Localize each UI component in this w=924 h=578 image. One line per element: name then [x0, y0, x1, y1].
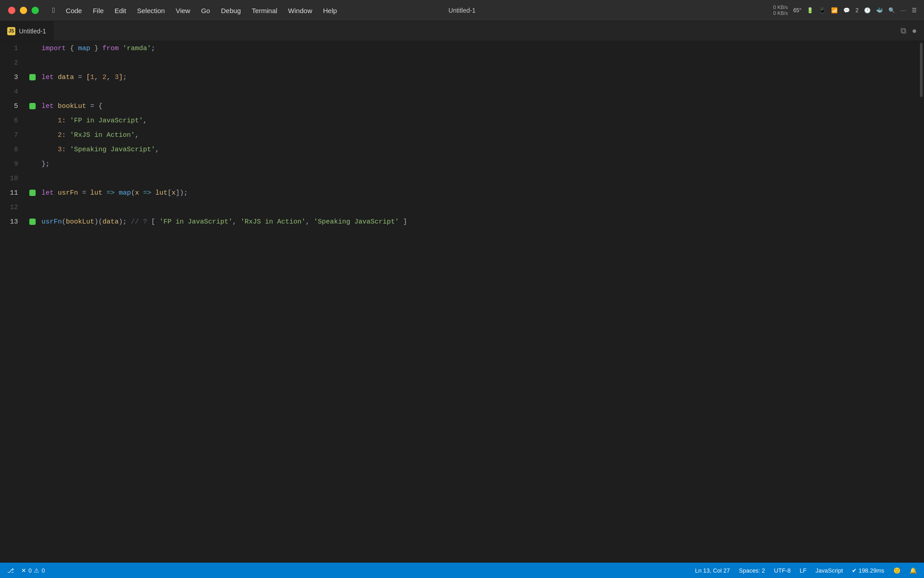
menu-view[interactable]: View — [171, 5, 194, 16]
token: = — [78, 189, 90, 197]
token: data — [58, 74, 74, 81]
battery-icon: 🔋 — [807, 7, 813, 14]
error-count: 0 — [28, 567, 32, 574]
menu-code[interactable]: Code — [61, 5, 87, 16]
token: , — [305, 218, 314, 226]
breakpoint-indicator — [29, 74, 36, 80]
line-content[interactable]: usrFn(bookLut)(data); // ? [ 'FP in Java… — [38, 218, 919, 226]
tab-right: ⧉ ● — [901, 27, 924, 36]
menu-edit[interactable]: Edit — [110, 5, 131, 16]
maximize-button[interactable] — [32, 7, 39, 14]
errors-indicator[interactable]: ✕ 0 ⚠ 0 — [21, 567, 45, 574]
token: 3 — [115, 74, 119, 81]
split-editor-icon[interactable]: ⧉ — [901, 27, 906, 36]
token: ] — [119, 74, 123, 81]
encoding[interactable]: UTF-8 — [774, 567, 791, 574]
line-content[interactable]: }; — [38, 160, 919, 168]
git-icon: ⎇ — [7, 567, 14, 574]
token: , — [135, 131, 139, 139]
spaces-setting[interactable]: Spaces: 2 — [739, 567, 765, 574]
line-content[interactable]: let usrFn = lut => map(x => lut[x]); — [38, 189, 919, 197]
menu-debug[interactable]: Debug — [217, 5, 245, 16]
token: )( — [94, 218, 102, 226]
titlebar:  Code File Edit Selection View Go Debug… — [0, 0, 924, 21]
code-line-7: 7 2: 'RxJS in Action', — [0, 128, 919, 142]
code-line-9: 9}; — [0, 157, 919, 171]
warning-count: 0 — [42, 567, 45, 574]
timing[interactable]: ✔ 198.29ms — [852, 567, 884, 574]
token: from — [102, 45, 119, 52]
code-line-2: 2 — [0, 56, 919, 70]
breakpoint-area[interactable] — [27, 190, 38, 196]
token: => — [106, 189, 115, 197]
wifi-icon: 📶 — [831, 7, 838, 14]
finder-icon: 🔍 — [888, 7, 895, 14]
menu-go[interactable]: Go — [197, 5, 215, 16]
git-branch[interactable]: ⎇ — [7, 567, 14, 574]
token: : — [62, 131, 70, 139]
token: [ — [151, 218, 159, 226]
scrollbar[interactable] — [919, 41, 924, 563]
circle-icon[interactable]: ● — [912, 27, 917, 36]
menu-selection[interactable]: Selection — [133, 5, 170, 16]
more-icon[interactable]: ··· — [901, 7, 906, 14]
token: bookLut — [66, 218, 94, 226]
code-line-3: 3let data = [1, 2, 3]; — [0, 70, 919, 84]
code-line-1: 1import { map } from 'ramda'; — [0, 41, 919, 56]
menu-window[interactable]: Window — [284, 5, 317, 16]
line-content[interactable]: import { map } from 'ramda'; — [38, 45, 919, 52]
token: 'FP in JavaScript' — [159, 218, 232, 226]
line-ending[interactable]: LF — [799, 567, 806, 574]
line-number: 9 — [0, 160, 27, 168]
menu-file[interactable]: File — [88, 5, 108, 16]
scrollbar-thumb[interactable] — [920, 43, 923, 97]
line-content[interactable]: let bookLut = { — [38, 103, 919, 110]
editor-tab[interactable]: JS Untitled-1 — [0, 21, 54, 41]
language-mode[interactable]: JavaScript — [816, 567, 843, 574]
menu-bar:  Code File Edit Selection View Go Debug… — [39, 5, 773, 16]
menu-help[interactable]: Help — [319, 5, 342, 16]
line-content[interactable]: let data = [1, 2, 3]; — [38, 74, 919, 81]
line-content[interactable]: 3: 'Speaking JavaScript', — [38, 146, 919, 154]
line-content[interactable]: 2: 'RxJS in Action', — [38, 131, 919, 139]
menu-terminal[interactable]: Terminal — [247, 5, 282, 16]
token: }; — [42, 160, 50, 168]
clock-icon: 🕐 — [864, 7, 871, 14]
warning-icon: ⚠ — [34, 567, 39, 574]
tab-bar: JS Untitled-1 ⧉ ● — [0, 21, 924, 41]
code-line-6: 6 1: 'FP in JavaScript', — [0, 113, 919, 128]
temperature: 65° — [793, 7, 801, 14]
breakpoint-area[interactable] — [27, 103, 38, 109]
list-icon[interactable]: ☰ — [912, 7, 917, 14]
token: // ? — [131, 218, 151, 226]
titlebar-right: 0 KB/s 0 KB/s 65° 🔋 📱 📶 💬 2 🕐 🐳 🔍 ··· ☰ — [773, 5, 924, 16]
breakpoint-area[interactable] — [27, 74, 38, 80]
minimize-button[interactable] — [20, 7, 27, 14]
bell-icon[interactable]: 🔔 — [910, 567, 917, 574]
token — [139, 189, 143, 197]
token: 'ramda' — [123, 45, 151, 52]
cursor-position[interactable]: Ln 13, Col 27 — [695, 567, 730, 574]
token: ]); — [176, 189, 188, 197]
token — [151, 189, 155, 197]
token: ; — [151, 45, 155, 52]
token — [119, 45, 123, 52]
token: ); — [119, 218, 131, 226]
breakpoint-area[interactable] — [27, 219, 38, 225]
apple-menu[interactable]:  — [48, 5, 60, 16]
token — [42, 131, 58, 139]
line-number: 3 — [0, 74, 27, 81]
window-title: Untitled-1 — [448, 7, 476, 14]
close-button[interactable] — [8, 7, 15, 14]
line-number: 1 — [0, 45, 27, 52]
line-number: 8 — [0, 146, 27, 154]
code-lines[interactable]: 1import { map } from 'ramda';23let data … — [0, 41, 919, 563]
token: 'Speaking JavaScript' — [314, 218, 399, 226]
code-line-4: 4 — [0, 84, 919, 99]
smiley-icon[interactable]: 🙂 — [893, 567, 901, 574]
token: map — [119, 189, 131, 197]
line-content[interactable]: 1: 'FP in JavaScript', — [38, 117, 919, 125]
wechat-badge: 2 — [855, 7, 859, 14]
token: , — [106, 74, 115, 81]
token: data — [102, 218, 119, 226]
